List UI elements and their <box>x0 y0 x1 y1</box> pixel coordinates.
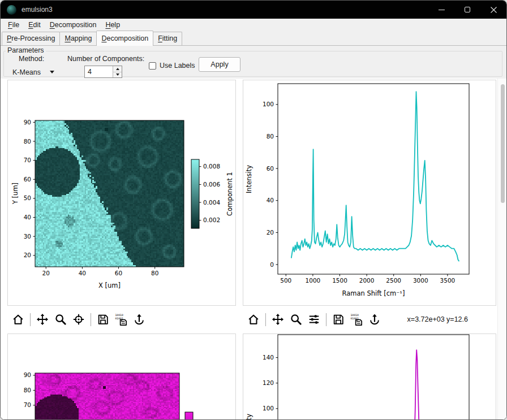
svg-text:2000: 2000 <box>359 277 375 284</box>
app-icon <box>7 5 16 15</box>
svg-text:90: 90 <box>24 371 31 378</box>
svg-text:30: 30 <box>24 233 31 240</box>
svg-text:50: 50 <box>24 194 31 201</box>
menu-edit[interactable]: Edit <box>24 20 45 30</box>
svg-text:1500: 1500 <box>332 277 347 284</box>
svg-text:3000: 3000 <box>413 277 428 284</box>
save-figure-button[interactable] <box>330 311 347 328</box>
toolbar-separator <box>326 313 326 326</box>
component-1-spectrum: 500100015002000250030003500020406080100R… <box>243 80 496 305</box>
svg-text:0.002: 0.002 <box>203 217 220 223</box>
component2-spectrum-figure[interactable]: 100120140Intensity <box>243 334 496 419</box>
svg-text:3500: 3500 <box>440 277 456 284</box>
minimize-button[interactable] <box>428 1 454 19</box>
svg-text:100: 100 <box>263 405 274 412</box>
svg-text:500: 500 <box>280 277 291 284</box>
svg-text:0.004: 0.004 <box>203 199 220 206</box>
maximize-icon <box>465 7 470 12</box>
component1-map-figure[interactable]: 204060802030405060708090X [um]Y [um]0.00… <box>7 80 236 306</box>
zoom-button[interactable] <box>52 311 69 328</box>
window-title: emulsion3 <box>22 6 53 14</box>
maximize-button[interactable] <box>454 1 480 19</box>
svg-text:0.006: 0.006 <box>203 181 220 188</box>
export-icon <box>368 313 381 326</box>
titlebar: emulsion3 <box>1 1 506 19</box>
minimize-icon <box>439 10 445 10</box>
menu-decomposition[interactable]: Decomposition <box>45 20 101 30</box>
savedata-icon: 1001001001 <box>350 313 363 326</box>
svg-text:Intensity: Intensity <box>245 165 253 193</box>
svg-text:60: 60 <box>24 176 31 183</box>
home-icon <box>12 313 24 326</box>
export-icon <box>133 313 145 326</box>
svg-text:100: 100 <box>263 101 274 107</box>
method-select[interactable]: K-Means <box>7 66 58 78</box>
triangle-down-icon <box>116 73 119 76</box>
crosshair-icon <box>72 313 85 326</box>
tab-mapping[interactable]: Mapping <box>59 32 97 45</box>
plot-options-button[interactable] <box>306 311 323 328</box>
toolbar-separator <box>30 313 31 326</box>
svg-text:2500: 2500 <box>386 277 401 284</box>
svg-text:120: 120 <box>263 379 274 386</box>
home-button[interactable] <box>245 311 262 328</box>
menu-file[interactable]: File <box>3 20 24 30</box>
use-labels-checkbox[interactable]: Use Labels <box>149 62 195 70</box>
apply-button[interactable]: Apply <box>199 57 240 72</box>
home-button[interactable] <box>10 311 27 328</box>
component-1-map: 204060802030405060708090X [um]Y [um]0.00… <box>8 80 235 305</box>
stepper-up-button[interactable] <box>113 66 122 72</box>
app-window: emulsion3 File Edit Decomposition Help P… <box>0 0 507 420</box>
pan-icon <box>36 313 49 326</box>
tab-fitting[interactable]: Fitting <box>153 32 182 45</box>
method-selected-value: K-Means <box>12 68 41 76</box>
svg-text:140: 140 <box>263 354 274 361</box>
svg-text:10010: 10010 <box>115 314 123 317</box>
map-figure-toolbar: 1001001001 <box>7 309 236 330</box>
triangle-up-icon <box>116 68 119 70</box>
components-stepper[interactable]: 4 <box>84 66 122 78</box>
svg-text:40: 40 <box>24 214 31 220</box>
menu-help[interactable]: Help <box>101 20 124 30</box>
save-figure-button[interactable] <box>94 311 111 328</box>
components-label: Number of Components: <box>67 55 144 63</box>
zoom-icon <box>290 313 302 326</box>
svg-text:0.008: 0.008 <box>203 163 220 170</box>
svg-text:Y [um]: Y [um] <box>11 183 19 205</box>
svg-text:1000: 1000 <box>306 277 321 284</box>
svg-text:70: 70 <box>24 157 31 163</box>
component1-spectrum-figure[interactable]: 500100015002000250030003500020406080100R… <box>243 80 496 306</box>
svg-text:80: 80 <box>24 138 31 145</box>
parameters-panel: Parameters Method: Number of Components:… <box>1 46 506 79</box>
save-data-button[interactable]: 1001001001 <box>113 311 130 328</box>
export-button[interactable] <box>366 311 383 328</box>
pan-button[interactable] <box>269 311 286 328</box>
svg-text:60: 60 <box>115 270 122 276</box>
save-data-button[interactable]: 1001001001 <box>348 311 365 328</box>
home-icon <box>247 313 260 326</box>
tab-pre-processing[interactable]: Pre-Processing <box>2 32 60 45</box>
use-labels-label: Use Labels <box>160 62 195 70</box>
components-value: 4 <box>85 66 113 77</box>
close-icon <box>491 7 497 13</box>
parameters-group-label: Parameters <box>6 46 46 54</box>
component-2-map: 708090 <box>8 334 235 419</box>
scrollbar-thumb[interactable] <box>501 84 505 203</box>
export-button[interactable] <box>131 311 148 328</box>
method-label: Method: <box>19 55 44 63</box>
cursor-button[interactable] <box>70 311 87 328</box>
component2-map-figure[interactable]: 708090 <box>7 334 236 419</box>
svg-text:80: 80 <box>24 387 31 393</box>
tab-decomposition[interactable]: Decomposition <box>96 31 153 46</box>
close-button[interactable] <box>480 1 506 19</box>
svg-text:90: 90 <box>24 119 31 125</box>
vertical-scrollbar[interactable] <box>497 79 506 419</box>
svg-text:10010: 10010 <box>350 314 358 317</box>
chevron-down-icon <box>50 71 54 73</box>
zoom-button[interactable] <box>287 311 304 328</box>
cursor-position-readout: x=3.72e+03 y=12.6 <box>407 315 468 323</box>
svg-text:70: 70 <box>24 401 31 408</box>
svg-text:40: 40 <box>79 270 86 276</box>
pan-button[interactable] <box>34 311 51 328</box>
stepper-down-button[interactable] <box>113 72 122 78</box>
